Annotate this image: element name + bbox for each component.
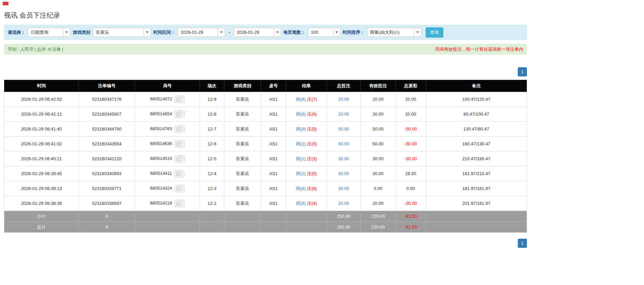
remark-cell: 180.47/130.47 xyxy=(426,137,527,151)
result-banker: 庄(7) xyxy=(307,97,317,102)
sort-order-dropdown[interactable]: 降冪(由大到小) xyxy=(367,28,421,37)
round-id-cell: 680514763 xyxy=(135,122,200,137)
table-row: 2026-01-29 06:39:45 523160340893 6805144… xyxy=(4,166,527,181)
table-row: 2026-01-29 06:41:02 523160343554 6805146… xyxy=(4,137,527,151)
table-no-cell: AS1 xyxy=(261,107,286,122)
game-type-cell: 百家乐 xyxy=(224,181,261,196)
page-size-dropdown[interactable]: 100 xyxy=(308,28,340,37)
table-no-cell: AS1 xyxy=(261,92,286,107)
view-result-button[interactable] xyxy=(175,155,185,163)
total-bet-link[interactable]: 30.00 xyxy=(338,186,349,191)
game-type-cell: 百家乐 xyxy=(224,151,261,166)
session-cell: 12-9 xyxy=(200,92,224,107)
total-label: 总计 xyxy=(4,222,79,233)
view-result-button[interactable] xyxy=(174,170,184,177)
table-row: 2026-01-29 06:39:13 523160339771 6805143… xyxy=(4,181,527,196)
total-bet-link[interactable]: 50.00 xyxy=(338,126,349,132)
view-result-button[interactable] xyxy=(175,96,185,103)
table-no-cell: AS1 xyxy=(261,151,286,166)
empty-cell xyxy=(426,211,527,222)
view-result-button[interactable] xyxy=(175,185,185,192)
summary-bar: 币别 : 人民币 | 总共 :8 注单 | 同局有效投注，统一计算在该局第一张注… xyxy=(4,44,527,54)
session-cell: 12-8 xyxy=(200,107,224,122)
total-bet-cell: 30.00 xyxy=(327,181,361,196)
page-1-button[interactable]: 1 xyxy=(518,67,527,76)
game-type-dropdown-toggle[interactable] xyxy=(143,28,151,37)
caret-down-icon xyxy=(146,31,149,33)
subtotal-row: 小计 8 250.00 220.00 -81.50 xyxy=(4,211,527,222)
total-bet-link[interactable]: 30.00 xyxy=(338,156,349,161)
caret-down-icon xyxy=(416,31,419,33)
search-button[interactable]: 查询 xyxy=(426,27,443,38)
remark-cell: 181.97/181.97 xyxy=(426,181,527,196)
page-1-button[interactable]: 1 xyxy=(518,239,527,248)
header-session: 场次 xyxy=(200,80,224,92)
game-type-cell: 百家乐 xyxy=(224,107,261,122)
result-banker: 庄(6) xyxy=(307,112,317,117)
empty-cell xyxy=(224,211,261,222)
round-id: 680514636 xyxy=(150,141,172,146)
pagination-top: 1 xyxy=(4,67,527,76)
valid-bet-cell: 30.00 xyxy=(361,151,396,166)
result-cell: 闲(8)庄(7) xyxy=(286,92,327,107)
date-to-dropdown-toggle[interactable] xyxy=(274,28,281,37)
payout-cell: -30.00 xyxy=(396,151,426,166)
table-header-row: 时间 注单编号 局号 场次 游戏类别 桌号 结果 总投注 有效投注 总派彩 备注 xyxy=(4,80,527,92)
caret-down-icon xyxy=(220,31,223,33)
table-no-cell: AS1 xyxy=(261,122,286,137)
subtotal-label: 小计 xyxy=(4,211,79,222)
date-from-dropdown-toggle[interactable] xyxy=(218,28,225,37)
page-size-dropdown-toggle[interactable] xyxy=(333,28,340,37)
game-type-cell: 百家乐 xyxy=(224,122,261,137)
total-bet-link[interactable]: 20.00 xyxy=(338,112,349,117)
result-cell: 闲(9)庄(4) xyxy=(286,196,327,211)
total-bet-cell: 50.00 xyxy=(327,122,361,137)
total-bet-link[interactable]: 50.00 xyxy=(338,141,349,146)
session-cell: 12-4 xyxy=(200,166,224,181)
view-result-button[interactable] xyxy=(175,200,185,207)
empty-cell xyxy=(261,222,286,233)
payout-cell: 20.00 xyxy=(396,107,426,122)
valid-bet-cell: 50.00 xyxy=(361,137,396,151)
result-player: 闲(9) xyxy=(296,126,306,132)
date-from-dropdown[interactable]: 2026-01-29 xyxy=(178,28,225,37)
payout-cell: -50.00 xyxy=(396,122,426,137)
round-id-cell: 680514854 xyxy=(135,107,200,122)
empty-cell xyxy=(286,211,327,222)
payout-cell: 20.00 xyxy=(396,92,426,107)
page-size-value: 100 xyxy=(308,28,333,37)
game-type-dropdown[interactable]: 百家乐 xyxy=(93,28,151,37)
query-type-dropdown-toggle[interactable] xyxy=(63,28,70,37)
date-to-dropdown[interactable]: 2026-01-29 xyxy=(234,28,281,37)
result-cell: 闲(1)庄(0) xyxy=(286,137,327,151)
total-bet-link[interactable]: 30.00 xyxy=(338,171,349,176)
subtotal-count: 8 xyxy=(79,211,135,222)
bet-id-cell: 523160345807 xyxy=(79,107,135,122)
total-valid-bet: 220.00 xyxy=(361,222,396,233)
sort-order-dropdown-toggle[interactable] xyxy=(414,28,421,37)
total-bet-link[interactable]: 20.00 xyxy=(338,201,349,206)
pagination-bottom: 1 xyxy=(4,239,527,248)
view-result-button[interactable] xyxy=(175,125,185,133)
table-row: 2026-01-29 06:40:21 523160342120 6805145… xyxy=(4,151,527,166)
session-cell: 12-6 xyxy=(200,137,224,151)
total-bet-link[interactable]: 20.00 xyxy=(338,97,349,102)
remark-cell: 201.97/181.97 xyxy=(426,196,527,211)
result-banker: 庄(4) xyxy=(307,201,317,206)
result-cell: 闲(9)庄(6) xyxy=(286,107,327,122)
view-result-button[interactable] xyxy=(175,140,185,148)
game-type-cell: 百家乐 xyxy=(224,196,261,211)
view-result-button[interactable] xyxy=(175,111,185,118)
result-cards-icon xyxy=(176,201,183,206)
header-total-bet: 总投注 xyxy=(327,80,361,92)
query-type-dropdown[interactable]: 日期查询 xyxy=(28,28,70,37)
remark-cell: 130.47/80.47 xyxy=(426,122,527,137)
result-cards-icon xyxy=(176,97,183,102)
table-row: 2026-01-29 06:38:39 523160338597 6805142… xyxy=(4,196,527,211)
result-player: 闲(1) xyxy=(296,141,306,146)
currency-summary-text: 币别 : 人民币 | 总共 :8 注单 | xyxy=(8,46,63,52)
logo-mark xyxy=(3,2,8,5)
result-banker: 庄(3) xyxy=(307,156,317,161)
total-bet-cell: 20.00 xyxy=(327,196,361,211)
header-remark: 备注 xyxy=(426,80,527,92)
